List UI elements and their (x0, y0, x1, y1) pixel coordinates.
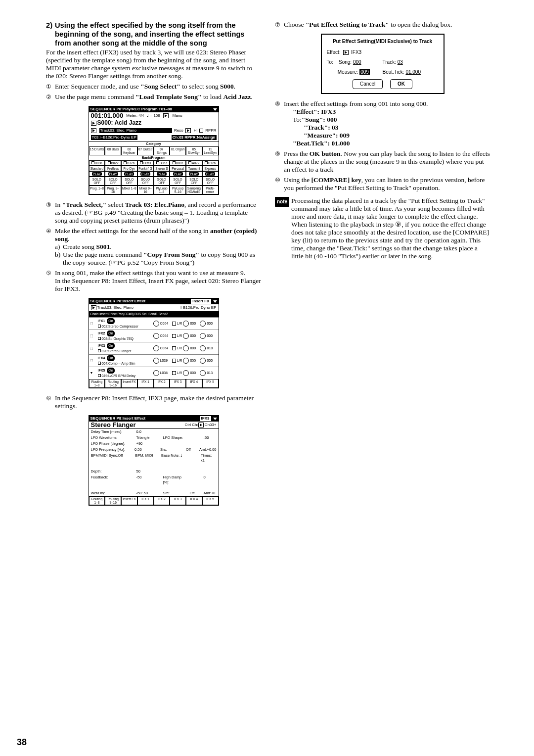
ifx-row[interactable]: ⬚IFX4 On 004:Comp – Amp SimL039L/R055000 (89, 354, 219, 367)
ifx-row[interactable]: ⬚IFX2 On 008:St. Graphic 7EQC064L/R00000… (89, 330, 219, 342)
ifx-row[interactable]: ▼IFX5 On 049:L/C/R BPM DelayL036L/R00001… (89, 367, 219, 379)
cell[interactable]: Prog. 1–8 (89, 186, 105, 194)
cell[interactable]: 08 Bass (105, 146, 121, 155)
cell[interactable]: B126 (202, 160, 219, 166)
play-icon[interactable] (185, 128, 191, 133)
cell[interactable]: SOLO OFF (154, 177, 170, 186)
play-icon[interactable] (198, 423, 204, 427)
dlg-beat-value[interactable]: 01.000 (405, 69, 421, 75)
param-row[interactable] (89, 485, 219, 490)
cell[interactable]: IFX 2 (154, 379, 170, 388)
cell[interactable]: Funkin' G (137, 166, 154, 171)
cell[interactable]: A072 (186, 160, 202, 166)
param-row[interactable]: LFO Frequency [Hz]:0.50Src:OffAmt:+0.00 (89, 447, 219, 453)
ifx-row[interactable]: ⬚IFX1 On 002:Stereo CompressorC064L/R000… (89, 317, 219, 330)
dlg-song-value[interactable]: 000 (353, 59, 361, 65)
dlg-effect-value[interactable]: IFX3 (351, 49, 361, 55)
scr2-track[interactable]: Track03: Elec. Piano (97, 305, 134, 310)
cell[interactable]: Express (202, 166, 219, 171)
cell[interactable]: 01 Organ (170, 146, 186, 155)
cell[interactable]: IFX 2 (154, 496, 170, 505)
cell[interactable]: Tsunami (186, 166, 202, 171)
play-icon[interactable] (343, 50, 349, 55)
cell[interactable]: Stereo S (154, 166, 170, 171)
cell[interactable]: SOLO OFF (170, 177, 186, 186)
scr1-track[interactable]: Track03: Elec. Piano (99, 128, 173, 133)
cell[interactable]: Routing 9–16 (105, 379, 121, 388)
param-row[interactable]: Wet/Dry:-50: 50Src:OffAmt:+0 (89, 490, 219, 496)
cell[interactable]: Percussi (170, 166, 186, 171)
play-button-icon[interactable] (163, 113, 169, 118)
cell[interactable]: B126 (121, 160, 137, 166)
cell[interactable]: Standard (89, 166, 105, 171)
play-icon[interactable] (91, 305, 96, 310)
param-row[interactable]: LFO Phase [degree]:+90 (89, 441, 219, 447)
cell[interactable]: Prog. 9–16 (105, 186, 121, 194)
cell[interactable]: Mixer 1–8 (121, 186, 137, 194)
dlg-cancel-button[interactable]: Cancel (353, 79, 383, 89)
cell[interactable]: Pro-Dyn (121, 166, 137, 171)
cell[interactable]: IFX 3 (170, 379, 186, 388)
cell[interactable]: SOLO OFF (105, 177, 121, 186)
play-icon[interactable] (91, 121, 96, 126)
cell[interactable]: Insert FX (121, 379, 137, 388)
param-row[interactable]: Delay Time [msec]:0.0 (89, 429, 219, 435)
cell[interactable]: IFX 3 (170, 496, 186, 505)
scr2-cols: Chain Insert Effect Pan(CC#8) BUS Sel. S… (89, 311, 219, 317)
cell[interactable]: IFX 4 (186, 496, 202, 505)
param-row[interactable]: LFO Waveform:TriangleLFO Shape:-50 (89, 435, 219, 441)
cell[interactable]: PLAY (170, 171, 186, 177)
cell[interactable]: Insert FX (121, 496, 137, 505)
ifx-row[interactable]: ⬚IFX3 On 020:Stereo FlangerC064L/R000018 (89, 342, 219, 354)
cell[interactable]: IFX 4 (186, 379, 202, 388)
cell[interactable]: SOLO OFF (89, 177, 105, 186)
cell[interactable]: IFX 5 (202, 379, 219, 388)
cell[interactable]: IFX 1 (137, 379, 154, 388)
param-row[interactable] (89, 464, 219, 469)
cell[interactable]: PLAY (105, 171, 121, 177)
cell[interactable]: IFX 1 (137, 496, 154, 505)
cell[interactable]: 0036 (89, 160, 105, 166)
cell[interactable]: SOLO OFF (186, 177, 202, 186)
cell[interactable]: 07 Guitar/ (137, 146, 154, 155)
cell[interactable]: IFX 5 (202, 496, 219, 505)
cell[interactable]: PLAY (186, 171, 202, 177)
cell[interactable]: B022 (105, 160, 121, 166)
param-row[interactable]: BPM/MIDI Sync:OffBPM: MIDIBase Note: ♩Ti… (89, 453, 219, 464)
cell[interactable]: Routing 9–16 (105, 496, 121, 505)
cell[interactable]: PLAY (89, 171, 105, 177)
cell[interactable]: 07 Strings (154, 146, 170, 155)
cell[interactable]: Routing 1–8 (89, 496, 105, 505)
cell[interactable]: PlyLoop 9–16 (170, 186, 186, 194)
dlg-measure-value[interactable]: 009 (359, 69, 370, 75)
scr3-title: Stereo Flanger (91, 423, 136, 427)
cell[interactable]: PLAY (121, 171, 137, 177)
cell[interactable]: 11 LeadSyn (202, 146, 219, 155)
cell[interactable]: PlyLoop 1–8 (154, 186, 170, 194)
cell[interactable]: PLAY (154, 171, 170, 177)
cell[interactable]: Sampling HDAudio (186, 186, 202, 194)
dlg-ok-button[interactable]: OK (390, 79, 412, 89)
cell[interactable]: SOLO OFF (137, 177, 154, 186)
cell[interactable]: PLAY (202, 171, 219, 177)
cell[interactable]: SOLO OFF (202, 177, 219, 186)
cell[interactable]: Mixer 9–16 (137, 186, 154, 194)
cell[interactable]: Prefe- rence (202, 186, 219, 194)
play-icon[interactable] (91, 128, 96, 133)
cell[interactable]: PLAY (137, 171, 154, 177)
cell[interactable]: 05 SlowSyn (186, 146, 202, 155)
page-number: 38 (17, 737, 27, 748)
cell[interactable]: B067 (154, 160, 170, 166)
cell[interactable]: 00 Keyboar (121, 146, 137, 155)
cell[interactable]: 15 Drums (89, 146, 105, 155)
dlg-track-value[interactable]: 03 (398, 59, 403, 65)
cell[interactable]: B053 (137, 160, 154, 166)
rppr-checkbox[interactable] (199, 129, 203, 133)
param-row[interactable]: Depth:50 (89, 469, 219, 474)
step-7-post: to open the dialog box. (389, 21, 452, 28)
cell[interactable]: Routing 1–8 (89, 379, 105, 388)
cell[interactable]: SOLO OFF (121, 177, 137, 186)
param-row[interactable]: Feedback:-50High Damp [%]:0 (89, 474, 219, 485)
cell[interactable]: B007 (170, 160, 186, 166)
cell[interactable]: Fretless (105, 166, 121, 171)
